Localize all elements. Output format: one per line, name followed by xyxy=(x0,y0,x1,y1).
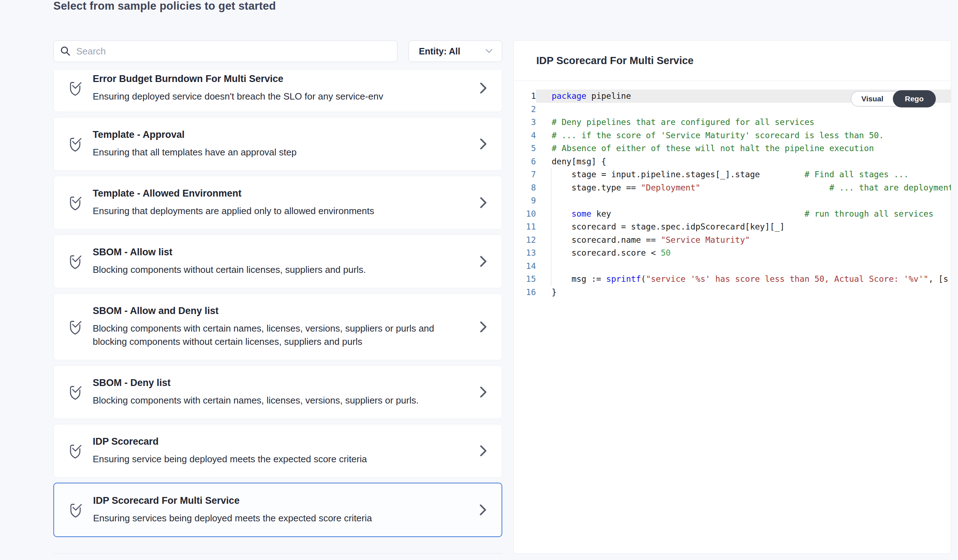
line-number: 1 xyxy=(514,89,536,103)
code-line: 8 stage.type == "Deployment" # ... that … xyxy=(514,181,951,194)
line-number: 11 xyxy=(514,220,536,233)
line-number: 6 xyxy=(514,155,536,168)
policy-list: Error Budget Burndown For Multi Service … xyxy=(53,70,502,554)
filters-row: Entity: All xyxy=(53,40,502,62)
code-line: 6 deny[msg] { xyxy=(514,155,951,168)
code-line-content: deny[msg] { xyxy=(536,155,951,168)
line-number: 10 xyxy=(514,207,536,221)
chevron-right-icon xyxy=(480,386,488,398)
code-line-content: stage = input.pipeline.stages[_].stage #… xyxy=(536,168,951,181)
policy-card[interactable]: IDP Scorecard For Multi Service Ensuring… xyxy=(53,483,502,537)
policy-title: Error Budget Burndown For Multi Service xyxy=(93,73,470,85)
policy-card[interactable]: IDP Scorecard Ensuring service being dep… xyxy=(53,424,502,478)
policy-description: Blocking components without certain lice… xyxy=(93,263,470,276)
code-line-content: msg := sprintf("service '%s' has score l… xyxy=(536,273,951,286)
line-number: 13 xyxy=(514,246,536,260)
policy-description: Ensuring that all templates have an appr… xyxy=(93,146,470,159)
entity-filter-label: Entity: All xyxy=(419,46,460,57)
policy-detail-panel: IDP Scorecard For Multi Service Visual R… xyxy=(513,40,951,554)
code-line: 14 xyxy=(514,260,951,273)
chevron-right-icon xyxy=(480,82,488,94)
policy-card[interactable]: SBOM - Allow list Blocking components wi… xyxy=(53,235,502,288)
policy-title: IDP Scorecard For Multi Service xyxy=(93,495,470,507)
line-number: 8 xyxy=(514,181,536,194)
entity-filter-dropdown[interactable]: Entity: All xyxy=(408,40,502,62)
line-number: 16 xyxy=(514,286,536,299)
policy-title: Template - Allowed Environment xyxy=(93,188,470,200)
policy-description: Blocking components with certain names, … xyxy=(93,322,470,348)
code-line: 7 stage = input.pipeline.stages[_].stage… xyxy=(514,168,951,181)
chevron-right-icon xyxy=(480,445,488,457)
shield-check-icon xyxy=(67,194,83,211)
line-number: 12 xyxy=(514,233,536,247)
code-lines: 1 package pipeline 2 3 # Deny pipelines … xyxy=(514,89,951,298)
policy-title: Template - Approval xyxy=(93,129,470,141)
code-line: 4 # ... if the score of 'Service Maturit… xyxy=(514,129,951,142)
code-line: 11 scorecard = stage.spec.idpScorecard[k… xyxy=(514,220,951,233)
policy-card[interactable]: Template - Approval Ensuring that all te… xyxy=(53,117,502,171)
policy-description: Blocking components with certain names, … xyxy=(93,394,470,407)
code-line-content: # Absence of either of these will not ha… xyxy=(536,142,951,155)
chevron-right-icon xyxy=(480,255,488,267)
code-line-content: # Deny pipelines that are configured for… xyxy=(536,116,951,129)
view-mode-toggle: Visual Rego xyxy=(850,91,936,107)
rego-toggle-button[interactable]: Rego xyxy=(893,90,936,108)
policy-card[interactable]: SBOM - Deny list Blocking components wit… xyxy=(53,365,502,419)
detail-panel-header: IDP Scorecard For Multi Service xyxy=(514,41,951,81)
policy-title: IDP Scorecard xyxy=(93,436,470,447)
search-box xyxy=(53,40,397,62)
shield-check-icon xyxy=(67,135,83,152)
policy-list-column: Entity: All Error Budget Burndown For Mu… xyxy=(53,40,502,554)
code-line-content: # ... if the score of 'Service Maturity'… xyxy=(536,129,951,142)
code-line-content: scorecard.name == "Service Maturity" xyxy=(536,233,951,247)
line-number: 4 xyxy=(514,129,536,142)
chevron-down-icon xyxy=(485,48,493,54)
code-line: 10 some key # run through all services xyxy=(514,207,951,221)
code-line: 5 # Absence of either of these will not … xyxy=(514,142,951,155)
policy-card[interactable]: Template - Allowed Environment Ensuring … xyxy=(53,176,502,230)
line-number: 9 xyxy=(514,194,536,207)
code-line-content: stage.type == "Deployment" # ... that ar… xyxy=(536,181,951,194)
code-line-content xyxy=(536,194,951,207)
line-number: 14 xyxy=(514,260,536,273)
line-number: 5 xyxy=(514,142,536,155)
policy-description: Ensuring deployed service doesn't breach… xyxy=(93,90,470,103)
policy-title: SBOM - Allow and Deny list xyxy=(93,305,470,317)
chevron-right-icon xyxy=(479,504,487,516)
line-number: 15 xyxy=(514,273,536,286)
code-line-content: some key # run through all services xyxy=(536,207,951,221)
code-line: 3 # Deny pipelines that are configured f… xyxy=(514,116,951,129)
detail-panel-title: IDP Scorecard For Multi Service xyxy=(536,55,693,67)
line-number: 3 xyxy=(514,116,536,129)
policy-description: Ensuring services being deployed meets t… xyxy=(93,512,470,525)
shield-check-icon xyxy=(67,79,83,97)
line-number: 7 xyxy=(514,168,536,181)
chevron-right-icon xyxy=(480,138,488,150)
code-line: 12 scorecard.name == "Service Maturity" xyxy=(514,233,951,247)
policy-description: Ensuring that deployments are applied on… xyxy=(93,205,470,218)
code-line: 13 scorecard.score < 50 xyxy=(514,246,951,260)
rego-code-editor: Visual Rego 1 package pipeline 2 3 # Den… xyxy=(514,81,951,553)
main-layout: Entity: All Error Budget Burndown For Mu… xyxy=(53,40,951,554)
policy-card[interactable]: Error Budget Burndown For Multi Service … xyxy=(53,70,502,112)
code-line-content xyxy=(536,260,951,273)
code-line: 16 } xyxy=(514,286,951,299)
sample-policies-page: Select from sample policies to get start… xyxy=(0,0,958,560)
code-line: 15 msg := sprintf("service '%s' has scor… xyxy=(514,273,951,286)
shield-check-icon xyxy=(67,253,83,270)
policy-title: SBOM - Deny list xyxy=(93,377,470,389)
policy-card[interactable]: SBOM - Allow and Deny list Blocking comp… xyxy=(53,293,502,360)
shield-check-icon xyxy=(68,501,83,519)
search-icon xyxy=(60,46,71,57)
visual-toggle-button[interactable]: Visual xyxy=(851,92,893,106)
policy-description: Ensuring service being deployed meets th… xyxy=(93,452,470,466)
shield-check-icon xyxy=(67,442,83,459)
chevron-right-icon xyxy=(480,197,488,208)
page-title: Select from sample policies to get start… xyxy=(53,0,276,13)
shield-check-icon xyxy=(67,318,83,335)
shield-check-icon xyxy=(67,384,83,401)
search-input[interactable] xyxy=(76,46,390,57)
line-number: 2 xyxy=(514,103,536,116)
policy-title: SBOM - Allow list xyxy=(93,246,470,258)
code-line-content: scorecard = stage.spec.idpScorecard[key]… xyxy=(536,220,951,233)
